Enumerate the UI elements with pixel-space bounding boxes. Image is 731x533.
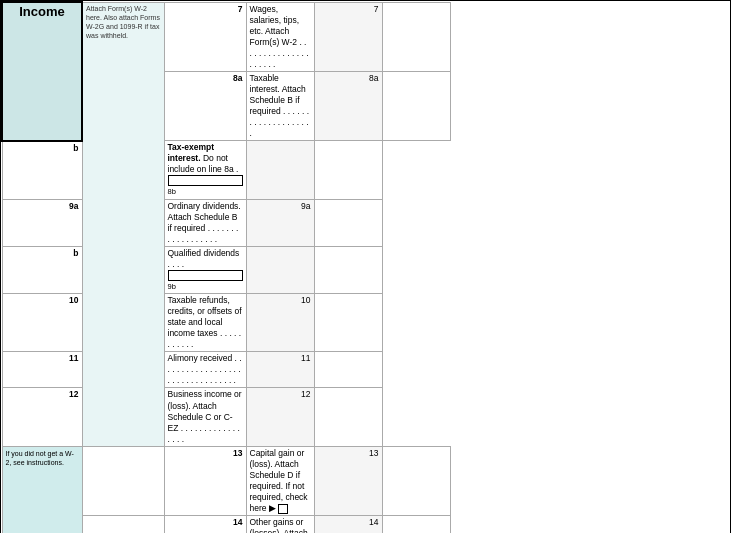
line-9a-desc: Ordinary dividends. Attach Schedule B if… [164, 199, 246, 246]
w2-note: If you did not get a W-2, see instructio… [2, 446, 82, 533]
line-9a-amount: 9a [246, 199, 314, 246]
line-8b-amount [246, 141, 314, 199]
line-num-10: 10 [2, 294, 82, 352]
line-10-desc: Taxable refunds, credits, or offsets of … [164, 294, 246, 352]
line-num-8b: b [2, 141, 82, 199]
attach-note: Attach Form(s) W-2 here. Also attach For… [82, 2, 164, 446]
line-num-14: 14 [164, 515, 246, 533]
line-num-9a: 9a [2, 199, 82, 246]
input-8b[interactable] [168, 175, 243, 186]
line-14-amount: 14 [314, 515, 382, 533]
line-num-9b: b [2, 246, 82, 293]
line-10-amount: 10 [246, 294, 314, 352]
line-13-checkbox[interactable] [278, 504, 288, 514]
line-num-8a: 8a [164, 71, 246, 140]
line-14-desc: Other gains or (losses). Attach Form 479… [246, 515, 314, 533]
line-num-7: 7 [164, 2, 246, 71]
line-11-desc: Alimony received . . . . . . . . . . . .… [164, 352, 246, 388]
line-9b-desc: Qualified dividends . . . . 9b [164, 246, 246, 293]
line-12-desc: Business income or (loss). Attach Schedu… [164, 388, 246, 446]
line-7-desc: Wages, salaries, tips, etc. Attach Form(… [246, 2, 314, 71]
line-num-11: 11 [2, 352, 82, 388]
line-num-13: 13 [164, 446, 246, 515]
line-13-desc: Capital gain or (loss). Attach Schedule … [246, 446, 314, 515]
line-8b-desc: Tax-exempt interest. Do not include on l… [164, 141, 246, 199]
line-num-12: 12 [2, 388, 82, 446]
input-9b[interactable] [168, 270, 243, 281]
line-7-amount: 7 [314, 2, 382, 71]
line-12-amount: 12 [246, 388, 314, 446]
line-11-amount: 11 [246, 352, 314, 388]
tax-exempt-bold: Tax-exempt interest. [168, 142, 215, 163]
income-section-header: Income [2, 2, 82, 141]
line-9b-amount [246, 246, 314, 293]
line-8a-amount: 8a [314, 71, 382, 140]
line-8a-desc: Taxable interest. Attach Schedule B if r… [246, 71, 314, 140]
line-13-amount: 13 [314, 446, 382, 515]
